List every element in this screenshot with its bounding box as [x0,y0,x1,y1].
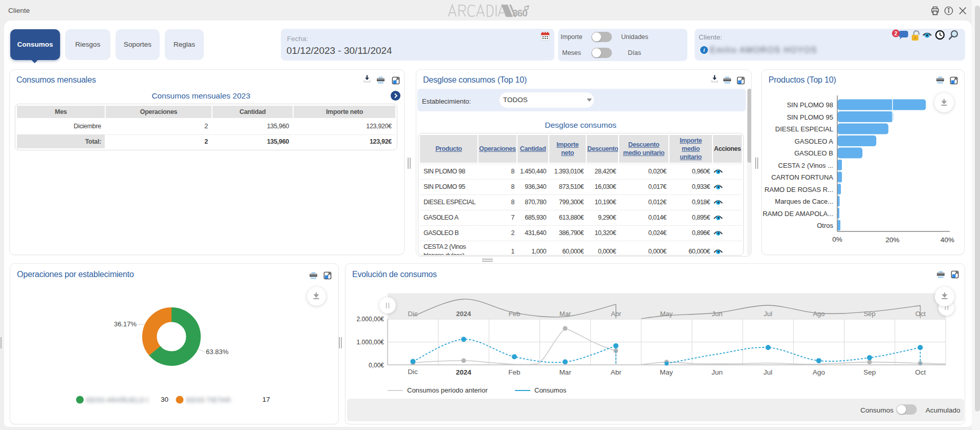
svg-text:0%: 0% [832,236,842,243]
svg-text:Dic: Dic [408,310,418,318]
svg-text:Jun: Jun [712,368,723,376]
svg-text:Consumos: Consumos [534,386,567,394]
svg-text:GASOLEO B: GASOLEO B [794,149,833,157]
svg-text:RAMO DE ROSAS R...: RAMO DE ROSAS R... [764,186,833,193]
svg-text:0,00€: 0,00€ [369,362,384,369]
svg-text:2024: 2024 [456,310,472,318]
svg-text:2024: 2024 [456,368,472,376]
svg-text:63.83%: 63.83% [206,348,229,356]
svg-text:GASOLEO A: GASOLEO A [795,138,833,145]
svg-text:SIN PLOMO 95: SIN PLOMO 95 [787,113,833,121]
svg-text:Sep: Sep [863,368,876,376]
svg-text:Feb: Feb [508,368,520,376]
svg-text:Marques de Cace...: Marques de Cace... [775,198,833,205]
svg-text:Abr: Abr [610,368,622,376]
svg-text:Otros: Otros [817,222,833,229]
svg-text:1.000,00€: 1.000,00€ [357,339,385,346]
svg-text:17: 17 [262,396,270,403]
svg-text:CARTON FORTUNA: CARTON FORTUNA [771,173,833,181]
svg-text:Oct: Oct [915,368,926,376]
svg-text:20%: 20% [886,236,899,244]
svg-text:May: May [660,310,673,318]
svg-text:Dic: Dic [408,368,418,376]
svg-text:Ago: Ago [813,368,825,376]
svg-text:CESTA 2 (Vinos ...: CESTA 2 (Vinos ... [778,162,833,169]
svg-text:Consumos periodo anterior: Consumos periodo anterior [407,386,488,394]
svg-text:Mar: Mar [559,368,571,376]
svg-text:2.000,00€: 2.000,00€ [357,316,385,323]
svg-text:Jun: Jun [712,310,723,318]
svg-text:2: 2 [894,30,897,36]
svg-text:Feb: Feb [509,310,520,318]
svg-text:May: May [660,368,673,376]
svg-text:RAMO DE AMAPOLA...: RAMO DE AMAPOLA... [763,210,833,218]
svg-text:36.17%: 36.17% [114,320,137,328]
svg-text:30: 30 [161,396,168,403]
svg-text:40%: 40% [940,236,954,244]
svg-text:Jul: Jul [764,310,773,318]
svg-text:SIN PLOMO 98: SIN PLOMO 98 [787,101,833,109]
svg-text:Jul: Jul [763,368,772,376]
svg-text:DIESEL ESPECIAL: DIESEL ESPECIAL [775,125,833,133]
